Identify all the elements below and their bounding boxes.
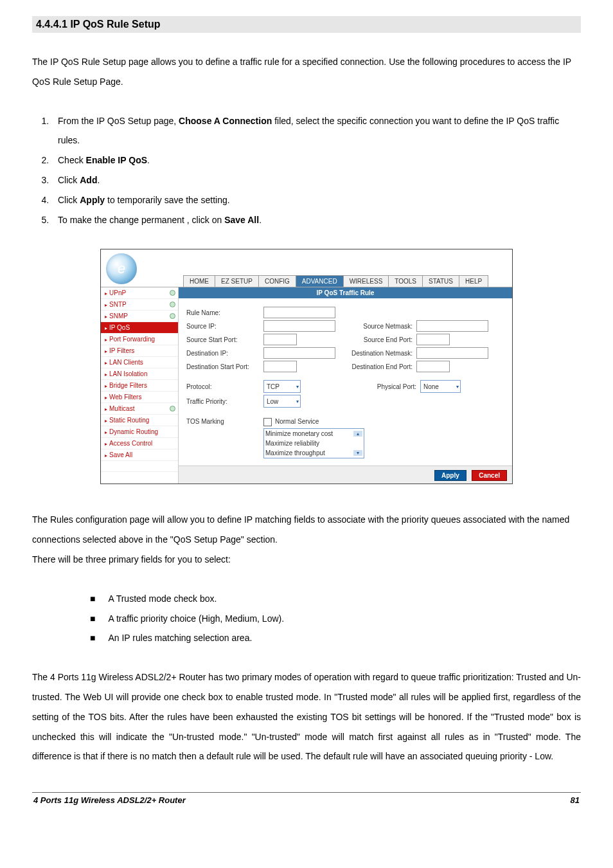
tos-listbox[interactable]: Minimize monetary cost▴ Maximize reliabi… <box>263 428 364 458</box>
label-source-start-port: Source Start Port: <box>186 336 263 343</box>
bullet-item: A Trusted mode check box. <box>90 589 581 609</box>
sidebar-item-access-control[interactable]: ▸Access Control <box>101 438 178 449</box>
step-2-text-a: Check <box>58 155 86 165</box>
sidebar-label: Save All <box>109 451 132 458</box>
top-tabbar: HOME EZ SETUP CONFIG ADVANCED WIRELESS T… <box>183 275 488 287</box>
input-dest-end-port[interactable] <box>416 361 450 372</box>
input-source-ip[interactable] <box>263 320 335 332</box>
input-source-start-port[interactable] <box>263 334 297 345</box>
panel-title: IP QoS Traffic Rule <box>179 287 512 298</box>
apply-button[interactable]: Apply <box>434 470 466 481</box>
status-dot-icon <box>170 302 175 307</box>
label-source-netmask: Source Netmask: <box>335 323 416 330</box>
sidebar-item-lan-isolation[interactable]: ▸LAN Isolation <box>101 368 178 380</box>
step-4-text-a: Click <box>58 195 80 205</box>
sidebar-label: IP QoS <box>109 324 130 331</box>
sidebar-label: Static Routing <box>109 417 149 424</box>
footer-title: 4 Ports 11g Wireless ADSL2/2+ Router <box>33 795 186 805</box>
input-dest-ip[interactable] <box>263 347 335 359</box>
steps-list: From the IP QoS Setup page, Choose A Con… <box>32 111 581 230</box>
step-3-text-a: Click <box>58 175 80 185</box>
sidebar-item-ip-filters[interactable]: ▸IP Filters <box>101 345 178 357</box>
sidebar-label: UPnP <box>109 289 126 296</box>
select-traffic-priority[interactable]: Low▾ <box>263 395 301 408</box>
label-physical-port: Physical Port: <box>339 383 420 390</box>
tab-tools[interactable]: TOOLS <box>389 276 423 287</box>
step-5-text-a: To make the change permanent , click on <box>58 215 224 225</box>
step-1: From the IP QoS Setup page, Choose A Con… <box>51 111 581 151</box>
logo-icon: e <box>106 253 137 284</box>
sidebar-item-dynamic-routing[interactable]: ▸Dynamic Routing <box>101 426 178 438</box>
step-5-bold: Save All <box>224 215 259 225</box>
sidebar-item-sntp[interactable]: ▸SNTP <box>101 299 178 311</box>
chevron-down-icon: ▾ <box>296 399 299 404</box>
tab-status[interactable]: STATUS <box>423 276 459 287</box>
tab-advanced[interactable]: ADVANCED <box>296 276 344 287</box>
input-dest-netmask[interactable] <box>416 347 488 359</box>
step-2-text-c: . <box>147 155 150 165</box>
section-heading: 4.4.4.1 IP QoS Rule Setup <box>32 16 581 33</box>
sidebar-item-web-filters[interactable]: ▸Web Filters <box>101 392 178 403</box>
label-traffic-priority: Traffic Priority: <box>186 398 263 405</box>
tos-option[interactable]: Maximize throughput <box>265 449 325 457</box>
step-5-text-c: . <box>259 215 262 225</box>
tab-home[interactable]: HOME <box>184 276 215 287</box>
sidebar-item-save-all[interactable]: ▸Save All <box>101 449 178 461</box>
label-dest-ip: Destination IP: <box>186 350 263 357</box>
cancel-button[interactable]: Cancel <box>472 470 507 481</box>
footer-page-number: 81 <box>571 795 580 805</box>
status-dot-icon <box>170 290 175 296</box>
tab-config[interactable]: CONFIG <box>259 276 296 287</box>
label-dest-netmask: Destination Netmask: <box>335 350 416 357</box>
button-row: Apply Cancel <box>179 466 512 484</box>
sidebar-item-port-forwarding[interactable]: ▸Port Forwarding <box>101 334 178 345</box>
label-source-end-port: Source End Port: <box>335 336 416 343</box>
step-4: Click Apply to temporarily save the sett… <box>51 190 581 210</box>
input-dest-start-port[interactable] <box>263 361 297 372</box>
sidebar-label: LAN Isolation <box>109 370 147 377</box>
scroll-down-icon[interactable]: ▾ <box>353 450 362 456</box>
sidebar-item-snmp[interactable]: ▸SNMP <box>101 311 178 322</box>
step-1-bold: Choose A Connection <box>179 116 272 126</box>
sidebar-item-bridge-filters[interactable]: ▸Bridge Filters <box>101 380 178 392</box>
sidebar-label: Multicast <box>109 405 134 412</box>
sidebar-label: Dynamic Routing <box>109 428 158 435</box>
sidebar-item-upnp[interactable]: ▸UPnP <box>101 287 178 299</box>
sidebar-label: SNMP <box>109 312 128 320</box>
after-paragraph-1: The Rules configuration page will allow … <box>32 510 581 550</box>
tab-ez-setup[interactable]: EZ SETUP <box>215 276 259 287</box>
tos-option[interactable]: Maximize reliability <box>265 440 319 447</box>
sidebar-label: Web Filters <box>109 393 141 401</box>
long-paragraph: The 4 Ports 11g Wireless ADSL2/2+ Router… <box>32 667 581 766</box>
step-4-text-c: to temporarily save the setting. <box>105 195 230 205</box>
sidebar-item-lan-clients[interactable]: ▸LAN Clients <box>101 357 178 368</box>
router-ui-screenshot: e HOME EZ SETUP CONFIG ADVANCED WIRELESS… <box>100 249 513 484</box>
scroll-up-icon[interactable]: ▴ <box>353 431 362 437</box>
input-rule-name[interactable] <box>263 307 335 318</box>
label-protocol: Protocol: <box>186 383 263 390</box>
step-3-bold: Add <box>80 175 97 185</box>
step-3-text-c: . <box>97 175 100 185</box>
sidebar-item-ip-qos[interactable]: ▸IP QoS <box>101 322 178 334</box>
input-source-end-port[interactable] <box>416 334 450 345</box>
select-physical-port[interactable]: None▾ <box>420 380 461 393</box>
tab-wireless[interactable]: WIRELESS <box>344 276 389 287</box>
sidebar: ▸UPnP ▸SNTP ▸SNMP ▸IP QoS ▸Port Forwardi… <box>101 287 179 484</box>
sidebar-label: SNTP <box>109 301 127 308</box>
step-5: To make the change permanent , click on … <box>51 210 581 230</box>
input-source-netmask[interactable] <box>416 320 488 332</box>
sidebar-label: LAN Clients <box>109 359 143 366</box>
bullet-list: A Trusted mode check box. A traffic prio… <box>32 589 581 648</box>
tab-help[interactable]: HELP <box>459 276 488 287</box>
checkbox-normal-service[interactable] <box>263 418 272 426</box>
sidebar-item-static-routing[interactable]: ▸Static Routing <box>101 415 178 426</box>
select-protocol-value: TCP <box>267 383 280 390</box>
after-paragraph-2: There will be three primary fields for y… <box>32 550 581 570</box>
sidebar-item-multicast[interactable]: ▸Multicast <box>101 403 178 415</box>
select-protocol[interactable]: TCP▾ <box>263 380 301 393</box>
chevron-down-icon: ▾ <box>296 384 299 390</box>
label-dest-end-port: Destination End Port: <box>335 363 416 370</box>
footer-divider <box>32 792 581 793</box>
tos-option[interactable]: Minimize monetary cost <box>265 430 333 437</box>
label-rule-name: Rule Name: <box>186 309 263 316</box>
